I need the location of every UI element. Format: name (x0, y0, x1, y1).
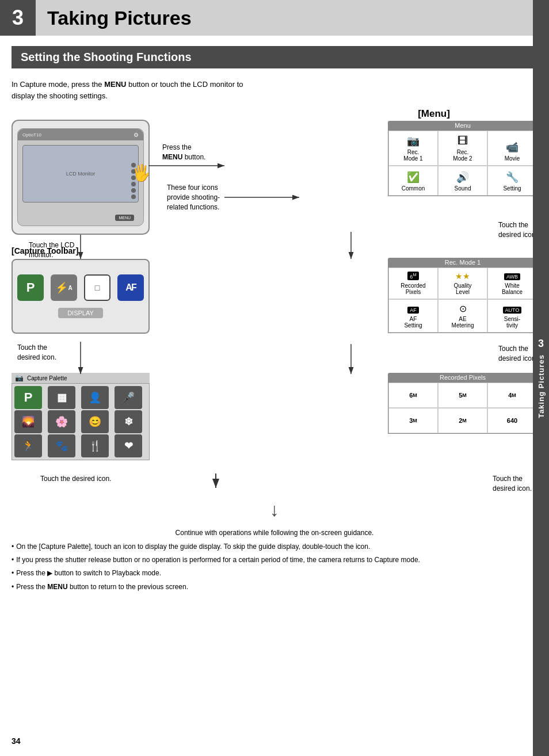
pixel-640[interactable]: 640 (487, 408, 537, 433)
auto-badge: AUTO (503, 307, 522, 314)
menu-cell-sound[interactable]: 🔊 Sound (438, 166, 487, 196)
sidebar: 3 Taking Pictures (533, 0, 549, 756)
menu-button-on-camera: MENU (115, 215, 134, 221)
continue-text: Continue with operations while following… (12, 529, 537, 537)
menu-panel-header: Menu (388, 121, 537, 130)
pixel-4m[interactable]: 4M (487, 383, 537, 408)
setting-icon: 🔧 (506, 171, 518, 184)
section-heading: Setting the Shooting Functions (12, 46, 537, 68)
menu-panel-grid: 📷 Rec.Mode 1 🎞 Rec.Mode 2 📹 Movie ✅ Comm… (388, 130, 537, 196)
rec-ae-metering[interactable]: ⊙ AEMetering (438, 299, 487, 333)
menu-label: [Menu] (376, 108, 491, 120)
rec-mode2-icon: 🎞 (458, 135, 468, 147)
touch-desired-left-bottom: Touch the desired icon. (17, 343, 56, 362)
cam-btn-6 (131, 194, 136, 199)
pixel-3m[interactable]: 3M (388, 408, 438, 433)
cam-btn-4 (131, 182, 136, 186)
touch-desired-right-middle: Touch the desired icon. (498, 344, 537, 364)
display-button[interactable]: DISPLAY (58, 308, 103, 318)
big-down-arrow: ↓ (12, 499, 537, 521)
rec-white-balance[interactable]: AWB WhiteBalance (487, 268, 537, 299)
menu-cell-common[interactable]: ✅ Common (388, 166, 438, 196)
palette-cell-flower[interactable]: 🌸 (48, 410, 75, 433)
diagram-area: [Menu] OptioT10 ⚙ LCD Monitor MENU 🖐 (12, 108, 537, 499)
note-1: • On the [Capture Palette], touch an ico… (12, 541, 537, 552)
camera-top-bar: OptioT10 ⚙ (18, 129, 143, 140)
touch-desired-right-top: Touch the desired icon. (498, 220, 537, 240)
palette-cell-mic[interactable]: 🎤 (115, 386, 142, 409)
bottom-notes: • On the [Capture Palette], touch an ico… (12, 541, 537, 593)
pixel-6m[interactable]: 6M (388, 383, 438, 408)
camera-body: OptioT10 ⚙ LCD Monitor MENU 🖐 (17, 128, 144, 226)
rec-mode1-icon: 📷 (407, 135, 420, 147)
chapter-number: 3 (0, 0, 36, 36)
rec-recorded-pixels[interactable]: 6M RecordedPixels (388, 268, 438, 299)
capture-toolbar-label: [Capture Toolbar] (12, 246, 78, 255)
intro-text: In Capture mode, press the MENU button o… (12, 79, 537, 101)
menu-cell-rec1[interactable]: 📷 Rec.Mode 1 (388, 131, 438, 166)
ae-metering-icon: ⊙ (459, 303, 467, 314)
awb-badge: AWB (504, 273, 520, 280)
palette-cell-p[interactable]: P (14, 386, 42, 409)
hand-icon: 🖐 (132, 163, 150, 182)
palette-cell-grid[interactable]: ▦ (48, 386, 75, 409)
sidebar-number: 3 (538, 338, 544, 350)
palette-cell-pet[interactable]: 🐾 (48, 434, 75, 457)
palette-cell-face[interactable]: 😊 (81, 410, 109, 433)
press-menu-label: Press the MENU button. (162, 143, 205, 162)
menu-panel: Menu 📷 Rec.Mode 1 🎞 Rec.Mode 2 📹 Movie ✅… (388, 121, 537, 196)
sidebar-text: Taking Pictures (537, 354, 546, 418)
toolbar-af-btn[interactable]: AF (117, 274, 144, 301)
menu-cell-setting[interactable]: 🔧 Setting (487, 166, 537, 196)
toolbar-af-frame-btn[interactable]: □ (84, 274, 110, 301)
capture-palette-label: Capture Palette (27, 375, 67, 381)
four-icons-label: These four icons provide shooting- relat… (167, 183, 220, 212)
touch-desired-bottom-right: Touch the desired icon. (493, 474, 532, 494)
rec-mode-panel-header: Rec. Mode 1 (388, 258, 537, 267)
rec-mode-panel-grid: 6M RecordedPixels ★★ QualityLevel AWB Wh… (388, 267, 537, 333)
pixel-5m[interactable]: 5M (438, 383, 487, 408)
palette-cell-snow[interactable]: ❄ (115, 410, 142, 433)
camera-screen: LCD Monitor (22, 145, 139, 203)
rec-sensitivity[interactable]: AUTO Sensi-tivity (487, 299, 537, 333)
palette-cell-sport[interactable]: 🏃 (14, 434, 42, 457)
quality-level-label: QualityLevel (453, 282, 471, 295)
af-badge: AF (407, 307, 419, 314)
sensitivity-label: Sensi-tivity (504, 316, 520, 329)
rec-quality-level[interactable]: ★★ QualityLevel (438, 268, 487, 299)
menu-cell-rec2[interactable]: 🎞 Rec.Mode 2 (438, 131, 487, 166)
menu-cell-movie[interactable]: 📹 Movie (487, 131, 537, 166)
pixel-2m[interactable]: 2M (438, 408, 487, 433)
page-header: 3 Taking Pictures (0, 0, 549, 36)
touch-desired-bottom-left: Touch the desired icon. (40, 474, 111, 484)
movie-icon: 📹 (506, 141, 518, 154)
af-setting-label: AFSetting (404, 316, 422, 329)
palette-cell-heart[interactable]: ❤ (115, 434, 142, 457)
palette-camera-icon: 📷 (15, 374, 24, 382)
recorded-pixels-panel: Recorded Pixels 6M 5M 4M 3M 2M 640 (388, 373, 537, 434)
rec-af-setting[interactable]: AF AFSetting (388, 299, 438, 333)
chapter-title: Taking Pictures (36, 0, 203, 36)
sound-icon: 🔊 (456, 171, 469, 184)
camera-diagram: OptioT10 ⚙ LCD Monitor MENU 🖐 (12, 120, 150, 235)
rec-mode-panel: Rec. Mode 1 6M RecordedPixels ★★ Quality… (388, 258, 537, 333)
palette-cell-food[interactable]: 🍴 (81, 434, 109, 457)
palette-header: 📷 Capture Palette (12, 373, 150, 383)
movie-label: Movie (505, 155, 520, 162)
note-3: • Press the ▶ button to switch to Playba… (12, 568, 537, 579)
palette-cell-portrait[interactable]: 👤 (81, 386, 109, 409)
note-4: • Press the MENU button to return to the… (12, 582, 537, 593)
rec-mode2-label: Rec.Mode 2 (453, 149, 472, 162)
cam-btn-5 (131, 188, 136, 193)
sound-label: Sound (455, 185, 471, 192)
palette-cell-landscape[interactable]: 🌄 (14, 410, 42, 433)
capture-toolbar-box: P ⚡A □ AF DISPLAY (12, 259, 150, 334)
star-stars-icon: ★★ (455, 272, 470, 281)
pixels-grid: 6M 5M 4M 3M 2M 640 (388, 382, 537, 434)
recorded-pixels-header: Recorded Pixels (388, 373, 537, 382)
setting-label: Setting (503, 185, 521, 192)
page-number: 34 (12, 736, 21, 746)
common-label: Common (402, 185, 425, 192)
toolbar-flash-btn[interactable]: ⚡A (51, 274, 77, 301)
toolbar-p-btn[interactable]: P (17, 274, 44, 301)
